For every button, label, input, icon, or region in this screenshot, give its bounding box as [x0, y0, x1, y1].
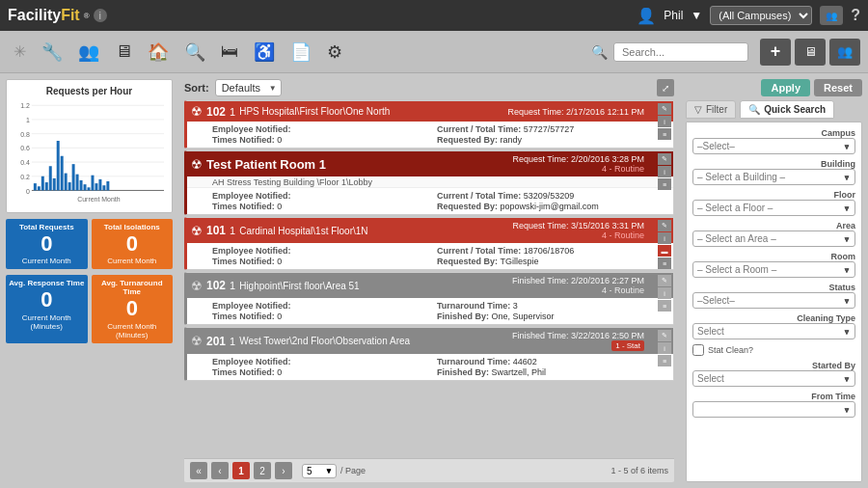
- svg-text:Current Month: Current Month: [77, 196, 120, 202]
- turnaround-4: Turnaround Time: 3: [437, 301, 654, 311]
- help-button[interactable]: ?: [851, 7, 860, 24]
- quick-search-tab[interactable]: 🔍 Quick Search: [740, 100, 834, 119]
- card-btn-edit-5[interactable]: ✎: [658, 330, 671, 341]
- monitor-toolbar-btn[interactable]: 🖥: [109, 38, 138, 66]
- card-btn-more-5[interactable]: ≡: [658, 355, 671, 366]
- cleaning-type-section: Cleaning Type Select ▼: [692, 313, 855, 339]
- card-btn-more-1[interactable]: ≡: [658, 128, 671, 140]
- first-page-btn[interactable]: «: [190, 462, 207, 479]
- finished-by-4: Finished By: One, Supervisor: [437, 312, 654, 321]
- filter-tabs: ▽ Filter 🔍 Quick Search: [686, 100, 862, 119]
- per-page-select[interactable]: 5 10 25: [302, 464, 337, 478]
- search-area: 🔍: [591, 42, 748, 62]
- radiation-icon-2: ☢: [191, 157, 203, 172]
- from-time-filter-select[interactable]: [692, 401, 855, 418]
- wrench-toolbar-btn[interactable]: 🔧: [36, 38, 68, 67]
- card-time-1: Request Time: 2/17/2016 12:11 PM: [507, 107, 644, 117]
- avg-turnaround-sub: Current Month (Minutes): [94, 322, 172, 339]
- filter-tab[interactable]: ▽ Filter: [686, 100, 736, 119]
- cleaning-type-filter-select[interactable]: Select: [692, 323, 855, 339]
- card-btn-edit-2[interactable]: ✎: [658, 153, 671, 165]
- home-toolbar-btn[interactable]: 🏠: [142, 38, 175, 67]
- gear-toolbar-btn[interactable]: ⚙: [321, 38, 348, 67]
- building-filter-select[interactable]: – Select a Building –: [692, 169, 855, 185]
- add-toolbar-btn[interactable]: +: [760, 39, 791, 66]
- employee-label-3: Employee Notified:: [212, 246, 429, 256]
- item-count: 1 - 5 of 6 items: [610, 466, 668, 475]
- document-toolbar-btn[interactable]: 📄: [285, 38, 317, 67]
- finished-by-5: Finished By: Swartzell, Phil: [437, 367, 654, 377]
- current-total-label-1: Current / Total Time: 57727/57727: [437, 124, 654, 134]
- card-btn-more-4[interactable]: ≡: [658, 300, 671, 312]
- search-input[interactable]: [613, 42, 748, 62]
- card-body-1: Employee Notified: Current / Total Time:…: [187, 122, 673, 148]
- svg-text:1: 1: [26, 117, 30, 124]
- asterisk-toolbar-btn[interactable]: ✳: [8, 39, 32, 65]
- header: FacilityFit ® i 👤 Phil ▼ (All Campuses) …: [0, 0, 868, 31]
- status-filter-select[interactable]: –Select–: [692, 292, 855, 309]
- svg-text:0: 0: [26, 187, 30, 195]
- share-toolbar-btn[interactable]: 👥: [829, 39, 860, 66]
- user-dropdown-icon[interactable]: ▼: [691, 9, 702, 22]
- floor-section: Floor – Select a Floor – ▼: [692, 190, 855, 216]
- prev-page-btn[interactable]: ‹: [211, 462, 229, 479]
- stat-clean-label: Stat Clean?: [708, 345, 753, 355]
- card-btn-more-2[interactable]: ≡: [658, 178, 671, 190]
- sort-select[interactable]: Defaults Date Priority Status: [215, 79, 282, 96]
- logo: FacilityFit ® i: [8, 7, 107, 24]
- svg-rect-21: [61, 156, 64, 191]
- card-location-5: West Tower\2nd Floor\Observation Area: [239, 336, 508, 346]
- card-body-4: Employee Notified: Turnaround Time: 3 Ti…: [187, 298, 673, 324]
- employee-label-1: Employee Notified:: [212, 124, 429, 134]
- header-action-btn1[interactable]: 👥: [820, 6, 843, 25]
- current-page-btn[interactable]: 1: [232, 462, 250, 479]
- info-icon[interactable]: i: [94, 9, 107, 22]
- left-panel: Requests per Hour 1.2 1 0.8 0.6 0.4 0.2 …: [0, 73, 178, 488]
- stat-clean-checkbox[interactable]: [692, 344, 704, 356]
- svg-text:0.2: 0.2: [20, 174, 30, 181]
- status-select-wrapper: –Select– ▼: [692, 292, 855, 309]
- request-card-5: ☢ 201 1 West Tower\2nd Floor\Observation…: [184, 327, 674, 381]
- campus-selector[interactable]: (All Campuses): [710, 6, 812, 25]
- area-filter-select[interactable]: – Select an Area –: [692, 230, 855, 247]
- card-btn-edit-4[interactable]: ✎: [658, 275, 671, 286]
- card-btn-edit-3[interactable]: ✎: [658, 220, 671, 231]
- current-total-label-2: Current / Total Time: 53209/53209: [437, 191, 654, 201]
- requested-by-1: Requested By: randy: [437, 135, 654, 145]
- radiation-icon-5: ☢: [191, 334, 203, 348]
- floor-filter-select[interactable]: – Select a Floor –: [692, 200, 855, 216]
- started-by-filter-select[interactable]: Select: [692, 370, 855, 387]
- people-toolbar-btn[interactable]: 👥: [72, 38, 105, 67]
- card-btn-info-1[interactable]: i: [658, 116, 671, 127]
- card-sublocation-2: AH Stress Testing Building \Floor 1\Lobb…: [187, 176, 673, 188]
- screen-toolbar-btn[interactable]: 🖥: [795, 39, 826, 66]
- right-panel: Apply Reset ▽ Filter 🔍 Quick Search Camp…: [680, 73, 868, 488]
- page-2-btn[interactable]: 2: [254, 462, 271, 479]
- svg-rect-22: [65, 174, 68, 191]
- svg-rect-18: [49, 166, 52, 190]
- building-label: Building: [692, 159, 855, 169]
- card-btn-more-3[interactable]: ≡: [658, 258, 671, 269]
- next-page-btn[interactable]: ›: [275, 462, 292, 479]
- card-btn-info-5[interactable]: i: [658, 342, 671, 354]
- times-notified-5: Times Notified: 0: [212, 367, 429, 377]
- room-filter-select[interactable]: – Select a Room –: [692, 261, 855, 278]
- apply-filter-btn[interactable]: Apply: [761, 79, 810, 96]
- filter-tab-label: Filter: [706, 104, 727, 115]
- user-name[interactable]: Phil: [664, 9, 683, 22]
- filter-funnel-icon: ▽: [694, 104, 702, 115]
- building-section: Building – Select a Building – ▼: [692, 159, 855, 185]
- card-btn-info-2[interactable]: i: [658, 166, 671, 177]
- campus-filter-select[interactable]: –Select–: [692, 138, 855, 154]
- card-btn-info-4[interactable]: i: [658, 287, 671, 299]
- reset-filter-btn[interactable]: Reset: [814, 79, 862, 96]
- search-toolbar-btn[interactable]: 🔍: [178, 38, 211, 67]
- card-btn-bar-3[interactable]: ▬: [658, 245, 671, 257]
- card-btn-edit-1[interactable]: ✎: [658, 103, 671, 115]
- avg-turnaround-value: 0: [94, 296, 172, 321]
- sort-select-wrapper: Defaults Date Priority Status: [215, 79, 282, 96]
- wheelchair-toolbar-btn[interactable]: ♿: [248, 38, 281, 67]
- card-btn-info-3[interactable]: i: [658, 232, 671, 244]
- bed-toolbar-btn[interactable]: 🛏: [215, 38, 244, 66]
- sort-expand-btn[interactable]: ⤢: [657, 79, 674, 96]
